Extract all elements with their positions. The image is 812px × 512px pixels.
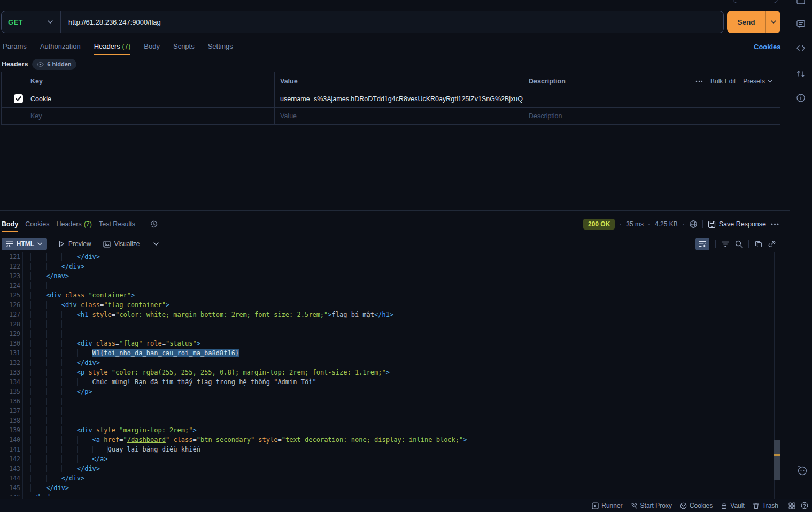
eye-icon [37,62,44,67]
preview-button[interactable]: Preview [59,240,91,248]
tab-authorization[interactable]: Authorization [40,42,81,55]
wrap-lines-icon [699,241,706,247]
code-line-132: 132 </div> [0,358,780,368]
response-tab-headers[interactable]: Headers(7) [56,216,92,232]
column-value: Value [275,72,523,90]
presets-button[interactable]: Presets [743,78,772,85]
help-icon[interactable] [801,502,808,509]
visualize-button[interactable]: Visualize [103,240,140,248]
comments-icon[interactable] [796,19,806,29]
send-options-button[interactable] [765,11,780,33]
code-line-126: 126 <div class="flag-container"> [0,300,780,310]
vault-icon [721,502,728,509]
tab-headers[interactable]: Headers (7) [94,42,131,55]
link-icon[interactable] [768,240,776,248]
tab-body[interactable]: Body [144,42,160,55]
column-key: Key [25,72,275,90]
code-line-135: 135 </p> [0,387,780,396]
trash-button[interactable]: Trash [753,502,778,509]
proxy-icon [631,502,638,509]
table-header-row: Key Value Description Bulk Edit Presets [2,72,780,90]
save-response-button[interactable]: Save Response [708,220,766,228]
header-key-cell[interactable]: Cookie [25,90,275,107]
code-line-136: 136 [0,396,780,406]
url-bar: GET [1,11,724,33]
code-line-138: 138 [0,416,780,425]
code-line-144: 144 </div> [0,473,780,483]
url-input[interactable] [61,18,723,26]
headers-table: Key Value Description Bulk Edit Presets … [1,72,780,125]
row-checkbox[interactable] [14,94,23,103]
documentation-icon[interactable] [796,0,806,5]
search-icon[interactable] [735,240,743,248]
tab-settings[interactable]: Settings [208,42,233,55]
value-placeholder[interactable]: Value [275,108,523,124]
header-description-cell[interactable] [523,90,779,107]
code-line-143: 143 </div> [0,464,780,473]
status-badge[interactable]: 200 OK [583,219,615,230]
vault-button[interactable]: Vault [721,502,744,509]
postbot-icon[interactable] [796,464,809,477]
code-line-137: 137 [0,406,780,416]
copy-icon[interactable] [755,240,762,248]
hidden-headers-toggle[interactable]: 6 hidden [32,59,76,70]
send-button[interactable]: Send [727,11,780,33]
code-icon[interactable] [796,43,806,53]
code-line-130: 130 <div class="flag" role="status"> [0,339,780,348]
save-button-partial[interactable] [733,0,778,3]
start-proxy-button[interactable]: Start Proxy [631,502,672,509]
request-tabs: ParamsAuthorizationHeaders (7)BodyScript… [3,42,233,55]
code-line-124: 124 [0,281,780,291]
cookies-link[interactable]: Cookies [754,43,781,51]
description-placeholder[interactable]: Description [523,108,779,124]
history-icon[interactable] [150,220,158,228]
code-line-123: 123 </nav> [0,271,780,281]
pane-divider [0,210,790,211]
play-icon [59,241,65,247]
wrap-lines-button[interactable] [695,238,709,250]
tab-scripts[interactable]: Scripts [173,42,195,55]
runner-icon [592,502,599,509]
method-select[interactable]: GET [2,11,60,33]
chevron-down-icon [771,20,776,24]
response-tabs: BodyCookiesHeaders(7)Test Results 200 OK… [2,216,790,232]
response-tab-cookies[interactable]: Cookies [25,216,49,232]
code-line-128: 128 [0,319,780,329]
tab-params[interactable]: Params [3,42,27,55]
image-icon [103,241,111,248]
code-line-129: 129 [0,329,780,339]
runner-button[interactable]: Runner [592,502,622,509]
editor-scrollbar[interactable] [774,440,780,480]
format-select[interactable]: HTML [2,238,47,250]
chevron-down-icon [48,20,53,24]
response-tab-test-results[interactable]: Test Results [99,216,135,232]
changes-icon[interactable] [796,69,806,79]
column-description: Description [523,72,690,90]
cookie-icon [680,502,687,509]
key-placeholder[interactable]: Key [25,108,275,124]
code-line-146: 146</body> [0,493,780,496]
chevron-down-icon[interactable] [153,242,159,246]
response-body-editor[interactable]: 121 </div>122 </div>123 </nav>124 125 <d… [0,252,780,496]
filter-icon[interactable] [722,241,729,247]
code-line-133: 133 <p style="color: rgba(255, 255, 255,… [0,368,780,377]
cookies-button[interactable]: Cookies [680,502,713,509]
chevron-down-icon [37,242,42,246]
header-value-cell[interactable]: username=s%3Ajames.hDRoDTdd1g4cR8vesUcKR… [275,90,523,107]
more-dots-icon[interactable] [695,80,703,82]
empty-header-row: Key Value Description [2,108,780,124]
bulk-edit-button[interactable]: Bulk Edit [710,78,736,85]
info-icon[interactable] [796,93,806,103]
save-icon [708,220,716,228]
response-tab-body[interactable]: Body [2,216,18,232]
layout-grid-icon[interactable] [788,502,795,509]
method-label: GET [8,18,23,26]
headers-label: Headers [2,60,28,68]
header-row-cookie: Cookie username=s%3Ajames.hDRoDTdd1g4cR8… [2,90,780,108]
response-size[interactable]: 4.25 KB [655,220,678,228]
code-line-139: 139 <div style="margin-top: 2rem;"> [0,425,780,435]
more-options-icon[interactable] [771,223,779,225]
code-line-127: 127 <h1 style="color: white; margin-bott… [0,310,780,319]
globe-icon[interactable] [689,220,698,228]
response-time[interactable]: 35 ms [626,220,644,228]
